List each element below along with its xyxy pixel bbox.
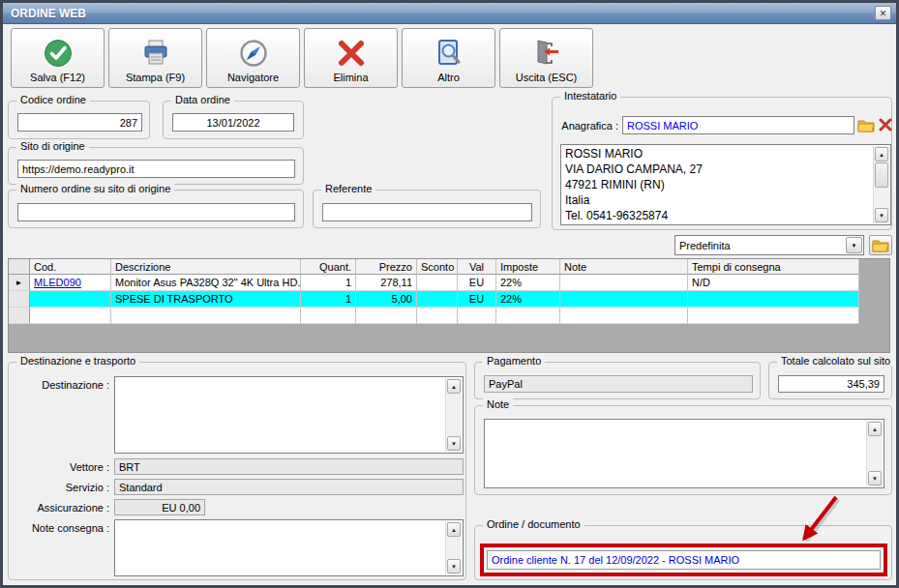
col-sconto[interactable]: Sconto [417,259,458,275]
scroll-up-icon[interactable]: ▲ [447,379,461,394]
numero-ordine-label: Numero ordine su sito di origine [16,183,174,194]
col-prezzo[interactable]: Prezzo [356,259,417,275]
note-group: Note ▲ ▼ [474,405,892,495]
delete-button[interactable]: Elimina [304,28,398,88]
scroll-down-icon[interactable]: ▼ [875,208,888,222]
header-selector-cell [9,259,30,275]
col-imposte[interactable]: Imposte [496,259,560,275]
note-consegna-label: Note consegna : [13,522,109,534]
item-quantity: 1 [301,291,356,308]
table-header-row: Cod. Descrizione Quant. Prezzo Sconto Va… [9,259,889,275]
row-selector-icon: ► [9,275,30,291]
clear-anagrafica-icon[interactable] [877,116,893,133]
codice-ordine-group: Codice ordine [8,101,150,139]
servizio-label: Servizio : [13,482,109,493]
save-button[interactable]: Salva (F12) [11,28,105,88]
note-scrollbar[interactable]: ▲ ▼ [866,421,883,486]
numero-ordine-group: Numero ordine su sito di origine [8,190,304,228]
listino-select[interactable]: Predefinita ▼ [674,235,864,255]
open-folder-icon[interactable] [856,116,875,133]
note-consegna-scrollbar[interactable]: ▲ ▼ [445,521,462,574]
close-icon[interactable]: ✕ [875,6,891,20]
destinazione-label: Destinazione : [13,379,109,391]
col-descrizione[interactable]: Descrizione [111,259,301,275]
item-quantity: 1 [301,275,356,291]
data-ordine-input[interactable] [172,113,294,132]
destinazione-trasporto-label: Destinazione e trasporto [16,355,139,367]
sito-origine-group: Sito di origine [8,147,304,185]
col-tempi[interactable]: Tempi di consegna [688,259,859,275]
col-quant[interactable]: Quant. [301,259,356,275]
print-button[interactable]: Stampa (F9) [108,28,202,88]
note-label: Note [483,398,513,410]
scroll-down-icon[interactable]: ▼ [447,559,461,573]
item-discount [417,275,458,291]
sito-origine-label: Sito di origine [16,140,89,152]
item-tax: 22% [496,291,560,308]
scroll-up-icon[interactable]: ▲ [875,147,888,162]
intestatario-group: Intestatario Anagrafica : ROSSI MARIO VI… [552,97,892,230]
pagamento-field: PayPal [484,375,753,393]
scroll-down-icon[interactable]: ▼ [447,436,461,451]
pagamento-label: Pagamento [483,355,545,367]
exit-button-label: Uscita (ESC) [516,72,578,83]
ordine-documento-group: Ordine / documento Ordine cliente N. 17 … [474,525,892,580]
scroll-down-icon[interactable]: ▼ [868,471,882,485]
ordine-web-window: ORDINE WEB ✕ Salva (F12) Stampa (F9) Nav… [0,0,899,588]
address-scrollbar[interactable]: ▲ ▼ [873,146,889,223]
scroll-up-icon[interactable]: ▲ [868,422,882,436]
scroll-thumb[interactable] [875,162,888,188]
window-title: ORDINE WEB [11,7,86,20]
listino-folder-icon[interactable] [869,235,892,255]
printer-icon [139,35,172,72]
delete-x-icon [335,35,368,72]
ordine-documento-link[interactable]: Ordine cliente N. 17 del 12/09/2022 - RO… [487,550,881,570]
altro-button[interactable]: Altro [402,28,495,88]
destinazione-trasporto-group: Destinazione e trasporto Destinazione : … [8,362,466,580]
item-price: 278,11 [356,275,417,291]
chevron-down-icon[interactable]: ▼ [846,237,862,253]
intestatario-label: Intestatario [560,90,620,102]
exit-door-icon [530,35,563,72]
address-box[interactable]: ROSSI MARIO VIA DARIO CAMPANA, 27 47921 … [560,144,891,225]
destinazione-textarea[interactable]: ▲ ▼ [114,376,464,454]
totale-sito-label: Totale calcolato sul sito [777,355,894,367]
sito-origine-input[interactable] [17,160,295,178]
numero-ordine-input[interactable] [17,203,295,221]
col-note[interactable]: Note [560,259,688,275]
navigator-button[interactable]: Navigatore [206,28,300,88]
assicurazione-field: EU 0,00 [114,499,205,515]
totale-sito-group: Totale calcolato sul sito [768,362,892,399]
navigator-button-label: Navigatore [227,72,279,83]
listino-value: Predefinita [679,236,731,254]
table-row[interactable]: ► MLED090 Monitor Asus PA328Q 32" 4K Ult… [9,275,889,291]
row-selector-cell [9,291,30,308]
annotation-highlight-box: Ordine cliente N. 17 del 12/09/2022 - RO… [480,544,887,576]
note-consegna-textarea[interactable]: ▲ ▼ [114,519,464,576]
item-delivery-time: N/D [688,275,859,291]
codice-ordine-input[interactable] [17,113,142,132]
pagamento-group: Pagamento PayPal [474,362,761,399]
toolbar: Salva (F12) Stampa (F9) Navigatore Elimi… [11,28,593,88]
item-code-link[interactable]: MLED090 [34,277,81,288]
totale-sito-input[interactable] [778,375,884,393]
item-note [560,275,688,291]
item-description: Monitor Asus PA328Q 32" 4K Ultra HD... [111,275,301,291]
referente-input[interactable] [322,203,532,221]
col-cod[interactable]: Cod. [30,259,111,275]
note-textarea[interactable]: ▲ ▼ [484,419,884,488]
ordine-documento-label: Ordine / documento [483,518,584,530]
vettore-field: BRT [114,458,464,475]
data-ordine-label: Data ordine [171,94,234,105]
compass-icon [237,35,270,72]
table-row-empty[interactable] [9,308,889,324]
table-row-highlighted[interactable]: SPESE DI TRASPORTO 1 5,00 EU 22% [9,291,889,308]
altro-button-label: Altro [437,72,460,83]
referente-label: Referente [321,183,375,194]
scroll-up-icon[interactable]: ▲ [447,522,461,537]
destinazione-scrollbar[interactable]: ▲ ▼ [445,378,462,452]
exit-button[interactable]: Uscita (ESC) [499,28,593,88]
col-val[interactable]: Val [458,259,496,275]
anagrafica-input[interactable] [622,116,854,134]
address-text: ROSSI MARIO VIA DARIO CAMPANA, 27 47921 … [565,146,871,223]
